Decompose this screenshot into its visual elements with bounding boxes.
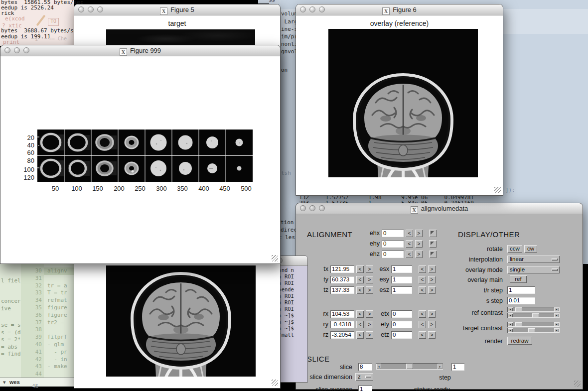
resize-grip[interactable] [272, 380, 278, 386]
slider-right-arrow-icon[interactable]: ▸ [554, 328, 559, 332]
tr-step-label: t/r step [445, 287, 503, 294]
slice-step-field[interactable]: 1 [451, 363, 464, 371]
figure5-brain-image [106, 265, 256, 377]
ety-field[interactable]: 0 [391, 321, 412, 328]
etx-field[interactable]: 0 [391, 310, 412, 318]
ehx-corner-button[interactable] [429, 230, 437, 237]
rx-field[interactable]: 104.53 [330, 310, 354, 318]
slice-dimension-dropdown[interactable]: z [355, 373, 373, 381]
target-contrast-min-slider[interactable]: ◂ ▸ [507, 322, 560, 327]
target-contrast-max-slider[interactable]: ◂ ▸ [507, 328, 560, 333]
slider-right-arrow-icon[interactable]: ▸ [554, 307, 559, 311]
ehy-increment-button[interactable]: > [415, 240, 423, 248]
ty-increment-button[interactable]: > [366, 276, 373, 283]
slider-left-arrow-icon[interactable]: ◂ [508, 307, 513, 311]
etx-increment-button[interactable]: > [428, 310, 436, 318]
overlay-mode-dropdown[interactable]: single [507, 266, 560, 273]
esx-increment-button[interactable]: > [428, 265, 436, 273]
slider-thumb[interactable] [515, 322, 522, 326]
etx-decrement-button[interactable]: < [419, 310, 426, 318]
ehz-increment-button[interactable]: > [415, 251, 423, 258]
slider-left-arrow-icon[interactable]: ◂ [376, 364, 381, 369]
terminal-text: ]); [505, 187, 515, 193]
ety-decrement-button[interactable]: < [419, 321, 426, 328]
line-number: 33 [0, 289, 42, 297]
ehx-decrement-button[interactable]: < [406, 230, 413, 237]
ehy-field[interactable]: 0 [382, 240, 404, 248]
ry-field[interactable]: -0.4318 [330, 321, 354, 328]
slice-field[interactable]: 8 [358, 363, 372, 371]
xtick-label: 50 [45, 185, 66, 192]
tz-decrement-button[interactable]: < [356, 286, 364, 294]
tx-decrement-button[interactable]: < [356, 265, 364, 273]
figure999-montage-image [37, 130, 253, 182]
slider-thumb[interactable] [515, 307, 522, 311]
redraw-button[interactable]: redraw [507, 337, 532, 345]
rx-decrement-button[interactable]: < [356, 310, 364, 318]
ehx-field[interactable]: 0 [382, 230, 404, 237]
code-line: refmat [42, 297, 67, 304]
ty-decrement-button[interactable]: < [356, 276, 364, 283]
rotate-ccw-button[interactable]: ccw [507, 245, 522, 253]
terminal-text: direc [281, 227, 297, 233]
esx-decrement-button[interactable]: < [419, 265, 426, 273]
esy-decrement-button[interactable]: < [419, 276, 426, 283]
rz-increment-button[interactable]: > [366, 331, 373, 339]
rx-increment-button[interactable]: > [366, 310, 373, 318]
ty-field[interactable]: 60.373 [330, 276, 354, 283]
dropdown-icon [552, 268, 558, 271]
overlay-main-ref-button[interactable]: ref [510, 275, 527, 283]
ehy-corner-button[interactable] [429, 240, 437, 248]
resize-grip[interactable] [272, 255, 278, 261]
resize-grip[interactable] [494, 187, 501, 193]
rz-decrement-button[interactable]: < [356, 331, 364, 339]
ref-contrast-min-slider[interactable]: ◂ ▸ [507, 307, 560, 312]
slider-thumb[interactable] [406, 364, 413, 369]
tz-increment-button[interactable]: > [366, 286, 373, 294]
slider-left-arrow-icon[interactable]: ◂ [508, 322, 513, 326]
esz-decrement-button[interactable]: < [419, 286, 426, 294]
slider-right-arrow-icon[interactable]: ▸ [554, 322, 559, 326]
esz-increment-button[interactable]: > [428, 286, 436, 294]
slider-thumb[interactable] [532, 313, 539, 317]
resize-grip[interactable] [574, 381, 581, 387]
esy-increment-button[interactable]: > [428, 276, 436, 283]
slider-left-arrow-icon[interactable]: ◂ [508, 328, 513, 332]
code-line: figure [42, 312, 67, 319]
xtick-label: 150 [87, 185, 108, 192]
tx-field[interactable]: 121.95 [330, 265, 354, 273]
etz-field[interactable]: 0 [391, 331, 412, 339]
esy-field[interactable]: 1 [391, 276, 412, 283]
ehz-field[interactable]: 0 [382, 251, 404, 258]
ref-contrast-max-slider[interactable]: ◂ ▸ [507, 313, 560, 318]
rz-field[interactable]: -3.2054 [330, 331, 354, 339]
ry-decrement-button[interactable]: < [356, 321, 364, 328]
figure5-titlebar[interactable]: XFigure 5 [74, 4, 280, 15]
ehz-decrement-button[interactable]: < [406, 251, 413, 258]
etz-increment-button[interactable]: > [428, 331, 436, 339]
s-step-field[interactable]: 0.01 [507, 297, 535, 304]
rotate-cw-button[interactable]: cw [524, 245, 537, 253]
interpolation-dropdown[interactable]: linear [507, 256, 560, 263]
alignvolumedata-titlebar[interactable]: Xalignvolumedata [296, 203, 583, 214]
figure999-titlebar[interactable]: XFigure 999 [0, 45, 280, 56]
slice-slider[interactable]: ◂ ▸ [376, 363, 443, 370]
tz-field[interactable]: 137.33 [330, 286, 354, 294]
esx-label: esx [375, 265, 389, 272]
tr-step-field[interactable]: 1 [507, 286, 535, 294]
slider-left-arrow-icon[interactable]: ◂ [508, 313, 513, 317]
ry-increment-button[interactable]: > [366, 321, 373, 328]
ehx-increment-button[interactable]: > [415, 230, 423, 237]
ehz-corner-button[interactable] [429, 251, 437, 258]
slider-right-arrow-icon[interactable]: ▸ [554, 313, 559, 317]
slider-right-arrow-icon[interactable]: ▸ [438, 364, 442, 369]
esx-field[interactable]: 1 [391, 265, 412, 273]
esz-field[interactable]: 1 [391, 286, 412, 294]
ehy-decrement-button[interactable]: < [406, 240, 413, 248]
ety-increment-button[interactable]: > [428, 321, 436, 328]
figure6-titlebar[interactable]: XFigure 6 [296, 4, 503, 15]
etz-decrement-button[interactable]: < [419, 331, 426, 339]
slider-thumb[interactable] [528, 328, 535, 332]
tx-increment-button[interactable]: > [366, 265, 373, 273]
slice-average-field[interactable]: 1 [358, 386, 372, 391]
